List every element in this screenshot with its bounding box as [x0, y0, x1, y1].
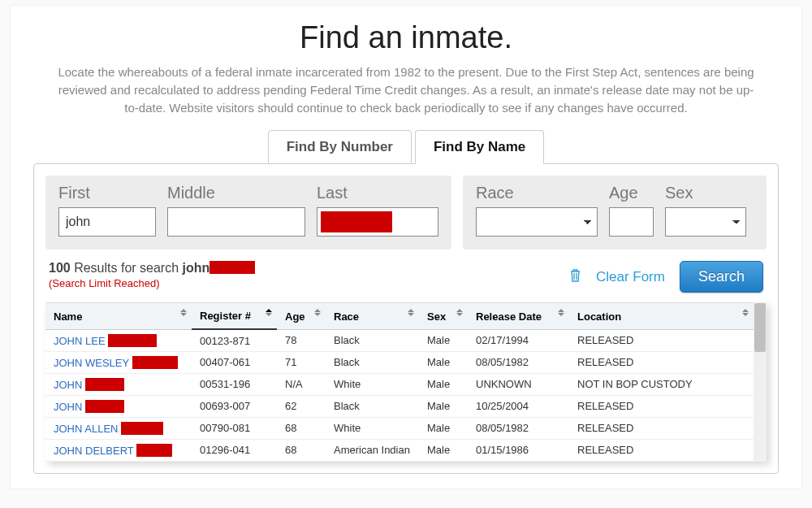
middle-input[interactable]: [167, 207, 305, 237]
results-table-wrap: Name Register # Age Race Sex Release Dat…: [45, 302, 767, 462]
col-location[interactable]: Location: [569, 303, 754, 330]
location-cell: RELEASED: [569, 395, 754, 417]
table-row: JOHN DELBERT 01296-04168American IndianM…: [45, 439, 754, 461]
name-redaction: [132, 356, 178, 369]
location-cell: RELEASED: [569, 439, 754, 461]
name-redaction: [85, 400, 124, 413]
location-cell: RELEASED: [569, 329, 754, 351]
name-redaction: [85, 378, 124, 391]
results-summary: 100 Results for search john (Search Limi…: [49, 261, 255, 289]
sex-cell: Male: [419, 439, 468, 461]
release-cell: 08/05/1982: [468, 417, 569, 439]
col-sex[interactable]: Sex: [419, 303, 468, 330]
register-cell: 00790-081: [192, 417, 277, 439]
location-cell: NOT IN BOP CUSTODY: [569, 373, 754, 395]
col-race[interactable]: Race: [326, 303, 419, 330]
race-cell: Black: [326, 395, 419, 417]
name-cell[interactable]: JOHN WESLEY: [45, 351, 192, 373]
age-cell: 68: [277, 417, 326, 439]
register-cell: 00123-871: [192, 329, 277, 351]
name-cell[interactable]: JOHN: [45, 395, 192, 417]
location-cell: RELEASED: [569, 417, 754, 439]
location-cell: RELEASED: [569, 351, 754, 373]
name-redaction: [136, 444, 172, 457]
middle-label: Middle: [167, 184, 305, 202]
tab-find-by-number[interactable]: Find By Number: [268, 130, 412, 164]
race-label: Race: [476, 184, 598, 202]
age-input[interactable]: [609, 207, 654, 237]
name-cell[interactable]: JOHN LEE: [45, 329, 192, 351]
name-cell[interactable]: JOHN: [45, 373, 192, 395]
scrollbar-thumb[interactable]: [754, 303, 766, 352]
sex-cell: Male: [419, 395, 468, 417]
age-cell: 78: [277, 329, 326, 351]
search-tabs: Find By Number Find By Name: [33, 130, 779, 164]
sex-cell: Male: [419, 373, 468, 395]
results-table: Name Register # Age Race Sex Release Dat…: [45, 302, 754, 462]
register-cell: 01296-041: [192, 439, 277, 461]
name-redaction: [108, 334, 157, 347]
first-input[interactable]: [58, 207, 156, 237]
col-name[interactable]: Name: [45, 303, 192, 330]
clear-form-link[interactable]: Clear Form: [596, 269, 665, 285]
sex-select[interactable]: [665, 207, 746, 237]
age-cell: N/A: [277, 373, 326, 395]
query-redaction: [209, 261, 255, 274]
table-row: JOHN ALLEN 00790-08168WhiteMale08/05/198…: [45, 417, 754, 439]
race-cell: White: [326, 417, 419, 439]
release-cell: 01/15/1986: [468, 439, 569, 461]
tab-find-by-name[interactable]: Find By Name: [415, 130, 544, 164]
col-release[interactable]: Release Date: [468, 303, 569, 330]
age-cell: 71: [277, 351, 326, 373]
name-group: First Middle Last: [45, 176, 451, 250]
page-intro: Locate the whereabouts of a federal inma…: [53, 63, 759, 116]
register-cell: 00531-196: [192, 373, 277, 395]
page-title: Find an inmate.: [33, 20, 779, 55]
sex-label: Sex: [665, 184, 746, 202]
sex-cell: Male: [419, 417, 468, 439]
trash-icon[interactable]: [569, 268, 581, 286]
table-row: JOHN 00531-196N/AWhiteMaleUNKNOWNNOT IN …: [45, 373, 754, 395]
table-row: JOHN WESLEY 00407-06171BlackMale08/05/19…: [45, 351, 754, 373]
table-row: JOHN LEE 00123-87178BlackMale02/17/1994R…: [45, 329, 754, 351]
name-redaction: [121, 422, 163, 435]
release-cell: 02/17/1994: [468, 329, 569, 351]
table-row: JOHN 00693-00762BlackMale10/25/2004RELEA…: [45, 395, 754, 417]
last-label: Last: [317, 184, 438, 202]
demographic-group: Race Age Sex: [463, 176, 767, 250]
race-cell: American Indian: [326, 439, 419, 461]
race-cell: Black: [326, 329, 419, 351]
age-label: Age: [609, 184, 654, 202]
search-button[interactable]: Search: [680, 261, 763, 293]
release-cell: 10/25/2004: [468, 395, 569, 417]
search-panel: First Middle Last Race: [33, 163, 779, 474]
register-cell: 00693-007: [192, 395, 277, 417]
race-cell: Black: [326, 351, 419, 373]
sex-cell: Male: [419, 329, 468, 351]
age-cell: 68: [277, 439, 326, 461]
last-redaction: [321, 211, 392, 232]
race-cell: White: [326, 373, 419, 395]
register-cell: 00407-061: [192, 351, 277, 373]
first-label: First: [58, 184, 156, 202]
name-cell[interactable]: JOHN ALLEN: [45, 417, 192, 439]
release-cell: UNKNOWN: [468, 373, 569, 395]
col-register[interactable]: Register #: [192, 303, 277, 330]
col-age[interactable]: Age: [277, 303, 326, 330]
age-cell: 62: [277, 395, 326, 417]
release-cell: 08/05/1982: [468, 351, 569, 373]
name-cell[interactable]: JOHN DELBERT: [45, 439, 192, 461]
sex-cell: Male: [419, 351, 468, 373]
scrollbar-track[interactable]: [754, 302, 767, 462]
race-select[interactable]: [476, 207, 598, 237]
